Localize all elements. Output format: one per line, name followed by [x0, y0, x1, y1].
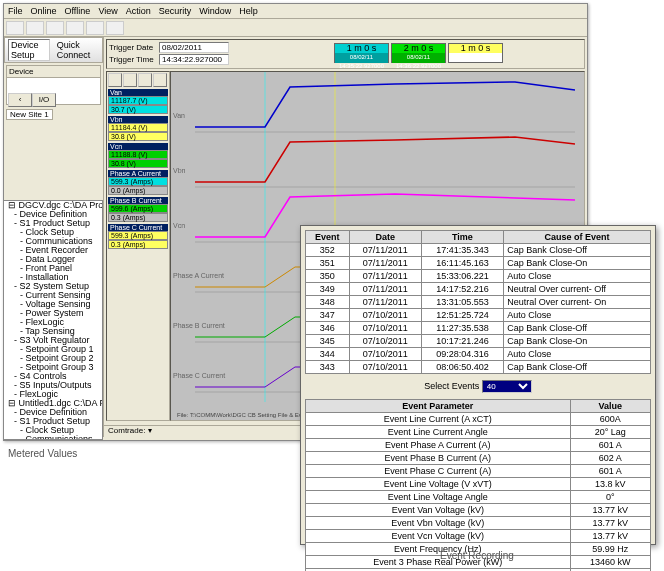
col-time[interactable]: Time — [421, 231, 503, 244]
toolbar-btn[interactable] — [66, 21, 84, 35]
param-table: Event Parameter Value Event Line Current… — [305, 399, 651, 571]
caption-event-recording: Event Recording — [440, 550, 514, 561]
axis-label: Vcn — [173, 222, 185, 229]
table-row[interactable]: 35107/11/201116:11:45.163Cap Bank Close-… — [306, 257, 651, 270]
time-range-button[interactable]: 1 m 0 s — [448, 43, 503, 63]
menubar: File Online Offline View Action Security… — [4, 4, 587, 19]
io-prev-button[interactable]: ‹ — [8, 93, 32, 107]
caption-metered: Metered Values — [8, 448, 77, 459]
time-range-button[interactable]: 1 m 0 s08/02/11 14:35:22.927000 — [334, 43, 389, 63]
meter-label: Vbn — [108, 116, 168, 123]
meter-value: 599.3 (Amps) — [108, 231, 168, 240]
select-events-dropdown[interactable]: 40 — [482, 380, 532, 393]
table-row: Event Line Current (A xCT)600A — [306, 413, 651, 426]
event-window: Event Date Time Cause of Event 35207/11/… — [300, 225, 656, 545]
table-row: Event Vbn Voltage (kV)13.77 kV — [306, 517, 651, 530]
table-row[interactable]: 34507/10/201110:17:21.246Cap Bank Close-… — [306, 335, 651, 348]
meter-label: Vcn — [108, 143, 168, 150]
tree-item[interactable]: - Communications — [4, 435, 102, 440]
table-row: Event Vcn Voltage (kV)13.77 kV — [306, 530, 651, 543]
meter-value: 599.6 (Amps) — [108, 204, 168, 213]
toolbar-btn[interactable] — [46, 21, 64, 35]
trigger-date-label: Trigger Date — [109, 43, 157, 52]
table-row[interactable]: 35007/11/201115:33:06.221Auto Close — [306, 270, 651, 283]
table-row[interactable]: 34707/10/201112:51:25.724Auto Close — [306, 309, 651, 322]
table-row[interactable]: 34307/10/201108:06:50.402Cap Bank Close-… — [306, 361, 651, 374]
meter-tool-button[interactable] — [153, 73, 167, 87]
meter-value: 599.3 (Amps) — [108, 177, 168, 186]
toolbar — [4, 19, 587, 37]
col-event[interactable]: Event — [306, 231, 350, 244]
table-row: Event Line Voltage (V xVT)13.8 kV — [306, 478, 651, 491]
axis-label: Vbn — [173, 167, 185, 174]
menu-window[interactable]: Window — [199, 6, 231, 16]
table-row: Event Phase C Current (A)601 A — [306, 465, 651, 478]
meter-label: Phase A Current — [108, 170, 168, 177]
table-row[interactable]: 34407/10/201109:28:04.316Auto Close — [306, 348, 651, 361]
tree-panel[interactable]: ⊟ DGCV.dgc C:\DA Products\DGC▸- Device D… — [3, 200, 103, 440]
axis-label: Van — [173, 112, 185, 119]
table-row[interactable]: 34907/11/201114:17:52.216Neutral Over cu… — [306, 283, 651, 296]
meter-value: 11188.8 (V) — [108, 150, 168, 159]
table-row: Event Van Voltage (kV)13.77 kV — [306, 504, 651, 517]
tab-quick-connect[interactable]: Quick Connect — [54, 39, 99, 61]
table-row[interactable]: 34607/10/201111:27:35.538Cap Bank Close-… — [306, 322, 651, 335]
meter-value: 30.7 (V) — [108, 105, 168, 114]
col-value[interactable]: Value — [570, 400, 650, 413]
io-button[interactable]: I/O — [32, 93, 56, 107]
site-tab[interactable]: New Site 1 — [6, 109, 53, 120]
meter-value: 0.3 (Amps) — [108, 213, 168, 222]
table-row: Event Phase A Current (A)601 A — [306, 439, 651, 452]
menu-action[interactable]: Action — [126, 6, 151, 16]
toolbar-btn[interactable] — [6, 21, 24, 35]
toolbar-btn[interactable] — [86, 21, 104, 35]
meter-sidebar: Van11187.7 (V)30.7 (V)Vbn11184.4 (V)30.8… — [106, 71, 170, 421]
menu-view[interactable]: View — [98, 6, 117, 16]
col-param[interactable]: Event Parameter — [306, 400, 571, 413]
menu-online[interactable]: Online — [31, 6, 57, 16]
menu-file[interactable]: File — [8, 6, 23, 16]
meter-label: Phase B Current — [108, 197, 168, 204]
menu-offline[interactable]: Offline — [65, 6, 91, 16]
device-label: Device — [7, 66, 100, 78]
trigger-time-input[interactable] — [159, 54, 229, 65]
meter-label: Van — [108, 89, 168, 96]
meter-label: Phase C Current — [108, 224, 168, 231]
col-date[interactable]: Date — [349, 231, 421, 244]
table-row[interactable]: 34807/11/201113:31:05.553Neutral Over cu… — [306, 296, 651, 309]
time-range-button[interactable]: 2 m 0 s08/02/11 14:36:22.927000 — [391, 43, 446, 63]
menu-help[interactable]: Help — [239, 6, 258, 16]
meter-tool-button[interactable] — [123, 73, 137, 87]
table-row[interactable]: 35207/11/201117:41:35.343Cap Bank Close-… — [306, 244, 651, 257]
meter-value: 0.0 (Amps) — [108, 186, 168, 195]
menu-security[interactable]: Security — [159, 6, 192, 16]
event-table: Event Date Time Cause of Event 35207/11/… — [305, 230, 651, 374]
select-events-label: Select Events — [424, 381, 479, 391]
tab-device-setup[interactable]: Device Setup — [8, 39, 50, 61]
meter-value: 30.8 (V) — [108, 132, 168, 141]
trigger-time-label: Trigger Time — [109, 55, 157, 64]
meter-value: 30.8 (V) — [108, 159, 168, 168]
toolbar-btn[interactable] — [106, 21, 124, 35]
meter-value: 11184.4 (V) — [108, 123, 168, 132]
meter-value: 0.3 (Amps) — [108, 240, 168, 249]
trigger-date-input[interactable] — [159, 42, 229, 53]
meter-value: 11187.7 (V) — [108, 96, 168, 105]
meter-tool-button[interactable] — [108, 73, 122, 87]
toolbar-btn[interactable] — [26, 21, 44, 35]
col-cause[interactable]: Cause of Event — [504, 231, 651, 244]
meter-tool-button[interactable] — [138, 73, 152, 87]
table-row: Event Line Current Angle20° Lag — [306, 426, 651, 439]
table-row: Event Phase B Current (A)602 A — [306, 452, 651, 465]
table-row: Event Line Voltage Angle0° — [306, 491, 651, 504]
